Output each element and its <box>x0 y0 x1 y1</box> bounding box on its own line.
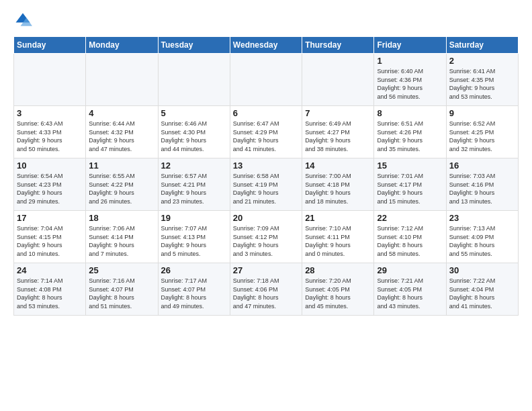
day-number: 24 <box>17 265 83 275</box>
weekday-header-monday: Monday <box>86 37 158 54</box>
calendar-cell: 14Sunrise: 7:00 AM Sunset: 4:18 PM Dayli… <box>302 158 374 211</box>
calendar-cell: 3Sunrise: 6:43 AM Sunset: 4:33 PM Daylig… <box>14 106 86 158</box>
calendar-cell: 22Sunrise: 7:12 AM Sunset: 4:10 PM Dayli… <box>374 211 446 263</box>
day-info: Sunrise: 7:06 AM Sunset: 4:14 PM Dayligh… <box>89 224 154 258</box>
day-number: 3 <box>17 108 83 118</box>
calendar-cell: 1Sunrise: 6:40 AM Sunset: 4:36 PM Daylig… <box>374 54 446 106</box>
day-number: 16 <box>449 161 515 171</box>
calendar-cell: 6Sunrise: 6:47 AM Sunset: 4:29 PM Daylig… <box>230 106 302 158</box>
day-number: 5 <box>161 108 227 118</box>
calendar-cell: 25Sunrise: 7:16 AM Sunset: 4:07 PM Dayli… <box>86 263 158 316</box>
calendar-cell: 21Sunrise: 7:10 AM Sunset: 4:11 PM Dayli… <box>302 211 374 263</box>
day-number: 17 <box>17 213 83 223</box>
day-info: Sunrise: 7:04 AM Sunset: 4:15 PM Dayligh… <box>17 224 83 258</box>
calendar-week-2: 3Sunrise: 6:43 AM Sunset: 4:33 PM Daylig… <box>14 106 519 158</box>
calendar-cell: 18Sunrise: 7:06 AM Sunset: 4:14 PM Dayli… <box>86 211 158 263</box>
day-info: Sunrise: 7:21 AM Sunset: 4:05 PM Dayligh… <box>377 277 443 310</box>
day-info: Sunrise: 7:18 AM Sunset: 4:06 PM Dayligh… <box>233 277 299 310</box>
calendar-cell <box>230 54 302 106</box>
calendar-week-4: 17Sunrise: 7:04 AM Sunset: 4:15 PM Dayli… <box>14 211 519 263</box>
calendar-cell: 23Sunrise: 7:13 AM Sunset: 4:09 PM Dayli… <box>446 211 518 263</box>
calendar-cell: 17Sunrise: 7:04 AM Sunset: 4:15 PM Dayli… <box>14 211 86 263</box>
day-info: Sunrise: 7:13 AM Sunset: 4:09 PM Dayligh… <box>449 224 515 258</box>
day-number: 21 <box>305 213 371 223</box>
calendar-cell: 20Sunrise: 7:09 AM Sunset: 4:12 PM Dayli… <box>230 211 302 263</box>
calendar-cell: 15Sunrise: 7:01 AM Sunset: 4:17 PM Dayli… <box>374 158 446 211</box>
calendar-week-5: 24Sunrise: 7:14 AM Sunset: 4:08 PM Dayli… <box>14 263 519 316</box>
day-number: 11 <box>89 161 154 171</box>
calendar-header-row: SundayMondayTuesdayWednesdayThursdayFrid… <box>14 37 519 54</box>
calendar-week-3: 10Sunrise: 6:54 AM Sunset: 4:23 PM Dayli… <box>14 158 519 211</box>
day-info: Sunrise: 6:43 AM Sunset: 4:33 PM Dayligh… <box>17 120 83 153</box>
day-number: 26 <box>161 265 227 275</box>
weekday-header-sunday: Sunday <box>14 37 86 54</box>
day-number: 9 <box>449 108 515 118</box>
day-info: Sunrise: 6:57 AM Sunset: 4:21 PM Dayligh… <box>161 172 227 205</box>
day-number: 29 <box>377 265 443 275</box>
day-info: Sunrise: 7:16 AM Sunset: 4:07 PM Dayligh… <box>89 277 154 310</box>
day-info: Sunrise: 7:07 AM Sunset: 4:13 PM Dayligh… <box>161 224 227 258</box>
day-number: 14 <box>305 161 371 171</box>
calendar-table: SundayMondayTuesdayWednesdayThursdayFrid… <box>13 36 519 316</box>
header <box>13 11 519 30</box>
weekday-header-friday: Friday <box>374 37 446 54</box>
calendar-cell: 28Sunrise: 7:20 AM Sunset: 4:05 PM Dayli… <box>302 263 374 316</box>
day-number: 10 <box>17 161 83 171</box>
calendar-cell: 12Sunrise: 6:57 AM Sunset: 4:21 PM Dayli… <box>158 158 230 211</box>
day-info: Sunrise: 7:17 AM Sunset: 4:07 PM Dayligh… <box>161 277 227 310</box>
day-info: Sunrise: 7:14 AM Sunset: 4:08 PM Dayligh… <box>17 277 83 310</box>
day-number: 30 <box>449 265 515 275</box>
calendar-cell: 10Sunrise: 6:54 AM Sunset: 4:23 PM Dayli… <box>14 158 86 211</box>
day-info: Sunrise: 7:20 AM Sunset: 4:05 PM Dayligh… <box>305 277 371 310</box>
day-number: 25 <box>89 265 154 275</box>
calendar-cell: 11Sunrise: 6:55 AM Sunset: 4:22 PM Dayli… <box>86 158 158 211</box>
calendar-cell: 9Sunrise: 6:52 AM Sunset: 4:25 PM Daylig… <box>446 106 518 158</box>
day-number: 12 <box>161 161 227 171</box>
day-number: 15 <box>377 161 443 171</box>
day-number: 27 <box>233 265 299 275</box>
calendar-cell: 16Sunrise: 7:03 AM Sunset: 4:16 PM Dayli… <box>446 158 518 211</box>
day-info: Sunrise: 6:58 AM Sunset: 4:19 PM Dayligh… <box>233 172 299 205</box>
day-info: Sunrise: 6:46 AM Sunset: 4:30 PM Dayligh… <box>161 120 227 153</box>
weekday-header-thursday: Thursday <box>302 37 374 54</box>
logo-icon <box>13 11 32 30</box>
calendar-cell: 4Sunrise: 6:44 AM Sunset: 4:32 PM Daylig… <box>86 106 158 158</box>
calendar-cell: 26Sunrise: 7:17 AM Sunset: 4:07 PM Dayli… <box>158 263 230 316</box>
day-info: Sunrise: 7:03 AM Sunset: 4:16 PM Dayligh… <box>449 172 515 205</box>
calendar-cell: 8Sunrise: 6:51 AM Sunset: 4:26 PM Daylig… <box>374 106 446 158</box>
day-number: 28 <box>305 265 371 275</box>
calendar-cell: 2Sunrise: 6:41 AM Sunset: 4:35 PM Daylig… <box>446 54 518 106</box>
day-number: 6 <box>233 108 299 118</box>
day-number: 8 <box>377 108 443 118</box>
day-info: Sunrise: 7:22 AM Sunset: 4:04 PM Dayligh… <box>449 277 515 310</box>
calendar-cell: 19Sunrise: 7:07 AM Sunset: 4:13 PM Dayli… <box>158 211 230 263</box>
day-number: 19 <box>161 213 227 223</box>
calendar-cell <box>86 54 158 106</box>
day-info: Sunrise: 6:44 AM Sunset: 4:32 PM Dayligh… <box>89 120 154 153</box>
calendar-cell: 5Sunrise: 6:46 AM Sunset: 4:30 PM Daylig… <box>158 106 230 158</box>
day-number: 18 <box>89 213 154 223</box>
calendar-cell <box>14 54 86 106</box>
day-info: Sunrise: 6:54 AM Sunset: 4:23 PM Dayligh… <box>17 172 83 205</box>
day-info: Sunrise: 6:47 AM Sunset: 4:29 PM Dayligh… <box>233 120 299 153</box>
day-number: 22 <box>377 213 443 223</box>
day-info: Sunrise: 7:01 AM Sunset: 4:17 PM Dayligh… <box>377 172 443 205</box>
day-info: Sunrise: 6:41 AM Sunset: 4:35 PM Dayligh… <box>449 67 515 101</box>
calendar-cell: 29Sunrise: 7:21 AM Sunset: 4:05 PM Dayli… <box>374 263 446 316</box>
day-number: 7 <box>305 108 371 118</box>
day-info: Sunrise: 7:10 AM Sunset: 4:11 PM Dayligh… <box>305 224 371 258</box>
calendar-cell <box>158 54 230 106</box>
weekday-header-saturday: Saturday <box>446 37 518 54</box>
day-info: Sunrise: 6:40 AM Sunset: 4:36 PM Dayligh… <box>377 67 443 101</box>
calendar-cell: 24Sunrise: 7:14 AM Sunset: 4:08 PM Dayli… <box>14 263 86 316</box>
day-number: 13 <box>233 161 299 171</box>
calendar-cell: 30Sunrise: 7:22 AM Sunset: 4:04 PM Dayli… <box>446 263 518 316</box>
calendar-body: 1Sunrise: 6:40 AM Sunset: 4:36 PM Daylig… <box>14 54 519 316</box>
day-number: 23 <box>449 213 515 223</box>
day-info: Sunrise: 7:12 AM Sunset: 4:10 PM Dayligh… <box>377 224 443 258</box>
calendar-week-1: 1Sunrise: 6:40 AM Sunset: 4:36 PM Daylig… <box>14 54 519 106</box>
day-info: Sunrise: 6:52 AM Sunset: 4:25 PM Dayligh… <box>449 120 515 153</box>
weekday-header-wednesday: Wednesday <box>230 37 302 54</box>
calendar-cell: 13Sunrise: 6:58 AM Sunset: 4:19 PM Dayli… <box>230 158 302 211</box>
calendar-cell: 27Sunrise: 7:18 AM Sunset: 4:06 PM Dayli… <box>230 263 302 316</box>
